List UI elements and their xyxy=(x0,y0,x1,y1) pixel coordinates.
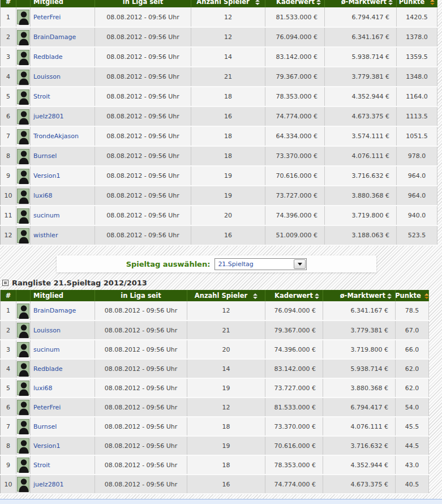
header-avg-market-value[interactable]: ø-Marktwert xyxy=(323,290,396,301)
player-count-cell: 12 xyxy=(191,7,265,27)
member-cell: juelz2801 xyxy=(31,475,95,494)
table-row: 11 sucinum 08.08.2012 - 09:56 Uhr 20 74.… xyxy=(1,206,437,225)
avatar-cell xyxy=(16,436,31,455)
sort-icon[interactable] xyxy=(255,0,260,5)
player-count-cell: 19 xyxy=(187,436,265,455)
header-avatar xyxy=(16,0,31,7)
points-cell: 1420.5 xyxy=(397,7,437,27)
in-league-since-cell: 08.08.2012 - 09:56 Uhr xyxy=(95,436,187,455)
avg-market-value-cell: 6.341.167 € xyxy=(325,27,397,47)
points-cell: 43.0 xyxy=(396,455,429,475)
points-cell: 78.5 xyxy=(396,301,429,321)
member-link[interactable]: luxi68 xyxy=(33,192,53,199)
member-avatar-icon xyxy=(17,30,29,45)
member-link[interactable]: Stroit xyxy=(33,93,50,100)
table-row: 4 Louisson 08.08.2012 - 09:56 Uhr 21 79.… xyxy=(1,67,437,87)
header-points[interactable]: Punkte xyxy=(397,0,437,7)
member-cell: Stroit xyxy=(31,455,95,475)
header-squad-value[interactable]: Kaderwert xyxy=(265,0,325,7)
avg-market-value-cell: 3.574.111 € xyxy=(325,126,397,146)
member-link[interactable]: wisthler xyxy=(33,232,58,239)
member-link[interactable]: Louisson xyxy=(33,327,61,334)
avatar-cell xyxy=(16,67,31,87)
squad-value-cell: 83.142.000 € xyxy=(265,47,325,67)
member-avatar-icon xyxy=(17,129,29,144)
rank-cell: 2 xyxy=(1,27,16,47)
rank-cell: 12 xyxy=(1,225,16,245)
in-league-since-cell: 08.08.2012 - 09:56 Uhr xyxy=(95,340,187,359)
avg-market-value-cell: 6.341.167 € xyxy=(323,301,396,321)
sort-icon[interactable] xyxy=(315,293,319,299)
in-league-since-cell: 08.08.2012 - 09:56 Uhr xyxy=(95,359,187,378)
table-row: 3 sucinum 08.08.2012 - 09:56 Uhr 20 74.3… xyxy=(1,340,429,359)
member-link[interactable]: juelz2801 xyxy=(33,481,64,488)
sort-icon[interactable] xyxy=(388,0,393,5)
avg-market-value-cell: 6.794.417 € xyxy=(323,398,396,417)
table-row: 4 Redblade 08.08.2012 - 09:56 Uhr 14 83.… xyxy=(1,359,429,378)
table-row: 3 Redblade 08.08.2012 - 09:56 Uhr 14 83.… xyxy=(1,47,437,67)
sort-icon-active[interactable] xyxy=(430,0,435,5)
member-link[interactable]: sucinum xyxy=(33,346,59,353)
member-cell: luxi68 xyxy=(31,186,95,206)
member-avatar-icon xyxy=(17,323,29,338)
member-link[interactable]: TrondeAkjason xyxy=(33,133,79,140)
matchday-select-dropdown-button[interactable] xyxy=(294,259,306,269)
member-link[interactable]: sucinum xyxy=(33,212,59,219)
player-count-cell: 14 xyxy=(187,359,265,378)
sort-icon[interactable] xyxy=(316,0,321,5)
avatar-cell xyxy=(16,225,31,245)
header-rank: # xyxy=(1,0,16,7)
squad-value-cell: 79.367.000 € xyxy=(265,321,323,340)
member-link[interactable]: BrainDamage xyxy=(33,33,76,41)
in-league-since-cell: 08.08.2012 - 09:56 Uhr xyxy=(95,87,191,106)
member-link[interactable]: PeterFrei xyxy=(33,14,61,21)
squad-value-cell: 81.533.000 € xyxy=(265,398,323,417)
member-cell: Version1 xyxy=(31,166,95,186)
squad-value-cell: 76.094.000 € xyxy=(265,27,325,47)
avg-market-value-cell: 3.188.063 € xyxy=(325,225,397,245)
avg-market-value-cell: 3.779.381 € xyxy=(323,321,396,340)
member-link[interactable]: Version1 xyxy=(33,172,60,180)
list-bullet-icon xyxy=(2,280,8,286)
member-cell: Louisson xyxy=(31,67,95,87)
sort-icon-active[interactable] xyxy=(424,293,429,299)
member-avatar-icon xyxy=(17,342,29,357)
member-cell: sucinum xyxy=(31,206,95,225)
player-count-cell: 16 xyxy=(191,225,265,245)
member-link[interactable]: Redblade xyxy=(33,365,62,373)
sort-icon[interactable] xyxy=(387,293,392,299)
sort-icon[interactable] xyxy=(253,293,258,299)
squad-value-cell: 74.396.000 € xyxy=(265,340,323,359)
member-cell: sucinum xyxy=(31,340,95,359)
member-link[interactable]: Version1 xyxy=(33,442,60,450)
member-link[interactable]: PeterFrei xyxy=(33,404,61,411)
matchday-select[interactable]: 21.Spieltag xyxy=(214,258,307,270)
table-row: 9 Version1 08.08.2012 - 09:56 Uhr 19 70.… xyxy=(1,166,437,186)
squad-value-cell: 70.616.000 € xyxy=(265,166,325,186)
member-link[interactable]: Louisson xyxy=(33,73,61,80)
matchday-selector-label: Spieltag auswählen: xyxy=(126,260,211,268)
points-cell: 1359.5 xyxy=(397,47,437,67)
player-count-cell: 16 xyxy=(187,475,265,494)
member-avatar-icon xyxy=(17,169,29,183)
squad-value-cell: 73.370.000 € xyxy=(265,417,323,436)
header-avg-market-value[interactable]: ø-Marktwert xyxy=(325,0,397,7)
points-cell: 964.0 xyxy=(397,166,437,186)
member-link[interactable]: luxi68 xyxy=(33,385,53,392)
member-link[interactable]: juelz2801 xyxy=(33,113,64,120)
member-link[interactable]: Burnsel xyxy=(33,152,57,160)
header-squad-value[interactable]: Kaderwert xyxy=(265,290,323,301)
header-since: in Liga seit xyxy=(95,0,191,7)
member-link[interactable]: Burnsel xyxy=(33,423,57,430)
squad-value-cell: 70.616.000 € xyxy=(265,436,323,455)
avatar-cell xyxy=(16,146,31,166)
header-player-count[interactable]: Anzahl Spieler xyxy=(187,290,265,301)
member-link[interactable]: BrainDamage xyxy=(33,307,76,314)
member-link[interactable]: Redblade xyxy=(33,53,62,61)
player-count-cell: 18 xyxy=(191,146,265,166)
member-link[interactable]: Stroit xyxy=(33,462,50,469)
header-player-count[interactable]: Anzahl Spieler xyxy=(191,0,265,7)
header-points[interactable]: Punkte xyxy=(396,290,429,301)
avg-market-value-cell: 4.673.375 € xyxy=(323,475,396,494)
in-league-since-cell: 08.08.2012 - 09:56 Uhr xyxy=(95,417,187,436)
